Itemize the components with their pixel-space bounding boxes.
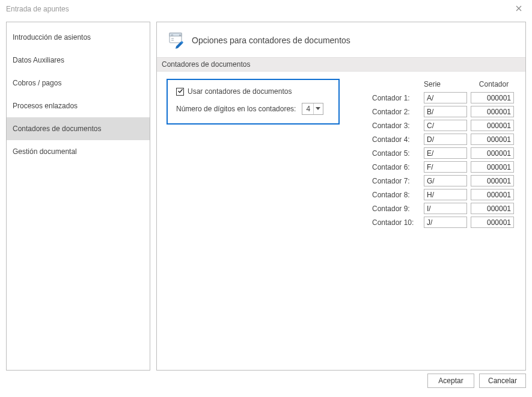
table-row: Contador 1: [372,92,517,103]
body-area: Introducción de asientos Datos Auxiliare… [0,18,532,371]
option-box: Usar contadores de documentos Número de … [167,79,340,125]
sidebar-item-cobros-pagos[interactable]: Cobros / pagos [7,72,150,94]
sidebar-item-label: Gestión documental [13,147,77,156]
table-row: Contador 7: [372,175,517,186]
counters-table-body: Contador 1:Contador 2:Contador 3:Contado… [372,92,517,228]
use-counters-checkbox[interactable] [176,88,184,96]
cancel-label: Cancelar [488,377,517,385]
chevron-down-icon [313,103,322,114]
sidebar-item-introduccion-asientos[interactable]: Introducción de asientos [7,26,150,49]
counter-row-label: Contador 2: [372,108,420,116]
counter-row-label: Contador 10: [372,218,420,227]
counter-row-label: Contador 7: [372,177,420,185]
serie-input[interactable] [424,189,467,200]
sidebar: Introducción de asientos Datos Auxiliare… [6,22,150,371]
counter-row-label: Contador 4: [372,135,420,144]
page-title: Opciones para contadores de documentos [192,35,350,45]
counter-row-label: Contador 9: [372,205,420,213]
titlebar: Entrada de apuntes [0,0,532,18]
table-row: Contador 9: [372,203,517,214]
digits-row: Número de dígitos en los contadores: 4 [176,103,330,115]
window-title: Entrada de apuntes [6,5,69,13]
sidebar-item-label: Procesos enlazados [13,102,78,110]
accept-button[interactable]: Aceptar [427,374,474,388]
serie-input[interactable] [424,120,467,131]
section-label: Contadores de documentos [157,57,525,72]
sidebar-item-label: Datos Auxiliares [13,56,64,64]
header-serie: Serie [424,80,471,88]
counter-row-label: Contador 3: [372,122,420,130]
counter-row-label: Contador 5: [372,149,420,158]
main-header: D H Opciones para contadores de document… [165,29,517,57]
cancel-button[interactable]: Cancelar [479,374,526,388]
serie-input[interactable] [424,203,467,214]
dialog-window: Entrada de apuntes Introducción de asien… [0,0,532,397]
counters-table: Serie Contador Contador 1:Contador 2:Con… [372,80,517,230]
use-counters-label: Usar contadores de documentos [188,87,292,96]
table-row: Contador 3: [372,120,517,131]
digits-dropdown[interactable]: 4 [302,103,323,115]
sidebar-item-label: Cobros / pagos [13,79,61,87]
serie-input[interactable] [424,106,467,117]
close-icon [516,5,522,13]
close-button[interactable] [510,2,527,16]
content-row: Usar contadores de documentos Número de … [165,79,517,230]
document-options-icon: D H [168,32,185,49]
table-row: Contador 6: [372,161,517,173]
use-counters-row: Usar contadores de documentos [176,87,330,96]
serie-input[interactable] [424,92,467,103]
serie-input[interactable] [424,147,467,159]
counter-row-label: Contador 8: [372,191,420,199]
accept-label: Aceptar [438,377,463,385]
table-row: Contador 8: [372,189,517,200]
counter-row-label: Contador 6: [372,163,420,171]
main-panel: D H Opciones para contadores de document… [156,22,526,371]
check-icon [177,87,183,96]
serie-input[interactable] [424,217,467,228]
digits-value: 4 [306,105,310,113]
svg-text:D: D [171,34,173,37]
serie-input[interactable] [424,134,467,145]
contador-input[interactable] [471,161,514,173]
contador-input[interactable] [471,203,514,214]
sidebar-item-label: Contadores de documentos [13,125,101,133]
contador-input[interactable] [471,134,514,145]
sidebar-item-gestion-documental[interactable]: Gestión documental [7,140,150,163]
table-row: Contador 10: [372,217,517,228]
header-contador: Contador [471,80,517,88]
contador-input[interactable] [471,106,514,117]
dialog-footer: Aceptar Cancelar [0,371,532,397]
table-row: Contador 4: [372,134,517,145]
contador-input[interactable] [471,175,514,186]
sidebar-item-label: Introducción de asientos [13,33,91,42]
svg-text:H: H [179,34,181,37]
table-row: Contador 5: [372,147,517,159]
contador-input[interactable] [471,217,514,228]
counters-table-header: Serie Contador [372,80,517,88]
contador-input[interactable] [471,120,514,131]
counter-row-label: Contador 1: [372,94,420,102]
contador-input[interactable] [471,92,514,103]
table-row: Contador 2: [372,106,517,117]
serie-input[interactable] [424,175,467,186]
digits-label: Número de dígitos en los contadores: [176,105,296,113]
sidebar-item-datos-auxiliares[interactable]: Datos Auxiliares [7,49,150,72]
sidebar-item-contadores-documentos[interactable]: Contadores de documentos [7,117,150,140]
sidebar-item-procesos-enlazados[interactable]: Procesos enlazados [7,94,150,117]
contador-input[interactable] [471,147,514,159]
serie-input[interactable] [424,161,467,173]
contador-input[interactable] [471,189,514,200]
